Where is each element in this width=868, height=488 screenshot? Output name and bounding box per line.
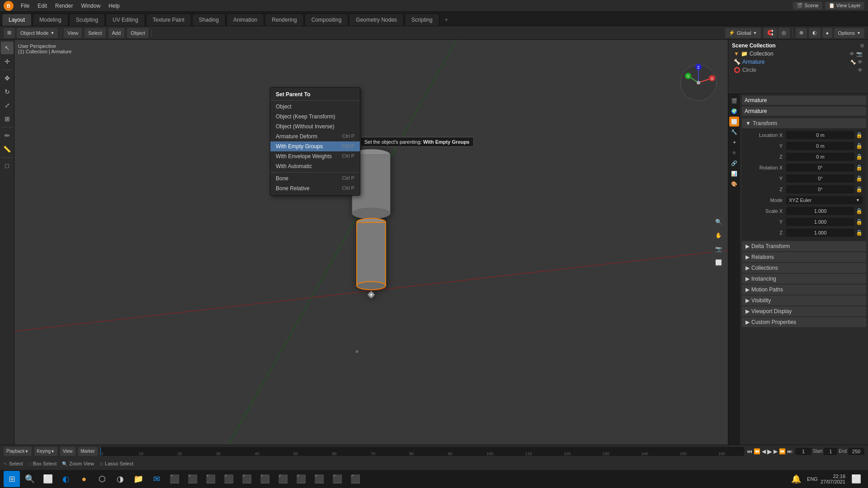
navigation-gizmo[interactable]: X Y Z [678,62,719,103]
ctx-bone-relative[interactable]: Bone Relative Ctrl P [270,183,360,193]
props-material-icon[interactable]: 🎨 [729,179,739,189]
props-physics-icon[interactable]: ⚛ [729,148,739,158]
taskbar-files[interactable]: 📁 [130,471,146,487]
taskbar-app8[interactable]: ⬛ [293,471,309,487]
timeline-ruler[interactable]: 1 10 20 30 40 50 60 70 80 90 100 110 120… [100,447,744,456]
object-menu-button[interactable]: Object [127,28,149,38]
scale-y-lock[interactable]: 🔒 [855,218,863,225]
sc-circle-item[interactable]: ⭕ Circle 👁 [730,66,866,74]
rotate-tool-button[interactable]: ↻ [1,85,14,98]
taskbar-outlook[interactable]: ✉ [148,471,165,487]
rotation-y-lock[interactable]: 🔒 [855,175,863,182]
taskbar-taskview[interactable]: ⬜ [40,471,56,487]
end-frame-input[interactable] [848,448,864,455]
pan-button[interactable]: ✋ [712,230,724,241]
taskbar-app5[interactable]: ⬛ [239,471,255,487]
camera-view-button[interactable]: 📷 [712,243,724,255]
taskbar-app6[interactable]: ⬛ [257,471,273,487]
add-workspace-button[interactable]: + [440,14,453,26]
props-custom-properties-header[interactable]: ▶ Custom Properties [742,317,866,327]
menu-file[interactable]: File [17,2,33,10]
marker-button[interactable]: Marker [78,447,98,456]
tab-texture-paint[interactable]: Texture Paint [146,14,191,26]
props-world-icon[interactable]: 🌍 [729,106,739,116]
tab-uv-editing[interactable]: UV Editing [106,14,145,26]
sc-collection-eye[interactable]: 👁 [849,51,854,56]
playback-dropdown[interactable]: Playback▼ [4,447,32,456]
tab-scripting[interactable]: Scripting [405,14,439,26]
select-tool-button[interactable]: ↖ [1,42,14,54]
rotation-y-value[interactable]: 0° [786,174,854,183]
location-z-lock[interactable]: 🔒 [855,153,863,160]
prev-keyframe-button[interactable]: ◀ [762,448,766,455]
add-menu-button[interactable]: Add [108,28,125,38]
transform-space-dropdown[interactable]: ⚡Global▼ [725,28,761,38]
sc-collection-item[interactable]: ▼ 📁 Collection 👁 📷 [730,50,866,58]
props-object-name-input[interactable] [742,96,866,105]
rotation-x-value[interactable]: 0° [786,164,854,172]
ctx-with-empty-groups[interactable]: With Empty Groups Ctrl P [270,141,360,151]
annotate-tool-button[interactable]: ✏ [1,129,14,142]
tab-sculpting[interactable]: Sculpting [69,14,105,26]
overlay-toggle[interactable]: ◐ [809,28,821,38]
props-collections-header[interactable]: ▶ Collections [742,263,866,273]
rotation-z-lock[interactable]: 🔒 [855,186,863,193]
location-x-value[interactable]: 0 m [786,131,854,139]
cursor-tool-button[interactable]: ✛ [1,55,14,68]
menu-edit[interactable]: Edit [34,2,51,10]
tab-rendering[interactable]: Rendering [265,14,303,26]
jump-end-button[interactable]: ⏭ [787,448,793,455]
location-z-value[interactable]: 0 m [786,153,854,161]
taskbar-edge[interactable]: ◐ [58,471,74,487]
tab-modeling[interactable]: Modeling [33,14,68,26]
sc-armature-item[interactable]: 🦴 Armature 🦴 👁 [730,58,866,66]
measure-tool-button[interactable]: 📏 [1,143,14,155]
menu-window[interactable]: Window [77,2,104,10]
ctx-with-automatic[interactable]: With Automatic [270,161,360,171]
editor-type-button[interactable]: ⊞ [4,28,15,38]
scene-filter-button[interactable]: ⚙ [860,43,864,49]
props-modifiers-icon[interactable]: 🔧 [729,127,739,137]
taskbar-app10[interactable]: ⬛ [329,471,345,487]
transform-tool-button[interactable]: ⊞ [1,113,14,125]
ctx-bone[interactable]: Bone Ctrl P [270,174,360,183]
rotation-z-value[interactable]: 0° [786,185,854,193]
props-object-icon[interactable]: ⬜ [729,117,739,127]
taskbar-chrome[interactable]: ● [76,471,92,487]
scale-x-lock[interactable]: 🔒 [855,207,863,215]
location-y-lock[interactable]: 🔒 [855,142,863,150]
scene-selector[interactable]: 🎬 Scene [793,2,822,9]
ctx-with-envelope-weights[interactable]: With Envelope Weights Ctrl P [270,151,360,161]
zoom-in-button[interactable]: 🔍 [712,216,724,228]
tab-layout[interactable]: Layout [2,14,32,26]
props-data-name-input[interactable] [742,107,866,116]
props-scene-icon[interactable]: 🎬 [729,96,739,106]
taskbar-unreal[interactable]: ◑ [112,471,128,487]
menu-render[interactable]: Render [52,2,76,10]
location-x-lock[interactable]: 🔒 [855,131,863,139]
taskbar-app4[interactable]: ⬛ [221,471,237,487]
props-delta-transform-header[interactable]: ▶ Delta Transform [742,241,866,251]
scale-z-value[interactable]: 1.000 [786,229,854,237]
viewport-shading[interactable]: ● [822,28,833,38]
jump-start-button[interactable]: ⏮ [747,448,752,455]
render-preview-button[interactable]: ⬜ [712,257,724,268]
props-constraints-icon[interactable]: 🔗 [729,158,739,168]
sc-circle-eye[interactable]: 👁 [858,67,863,73]
rotation-x-lock[interactable]: 🔒 [855,164,863,171]
tab-shading[interactable]: Shading [192,14,226,26]
snap-button[interactable]: 🧲 [764,28,777,38]
taskbar-notification[interactable]: 🔔 [788,471,804,487]
3d-viewport[interactable]: User Perspective (1) Collection | Armatu… [14,40,728,445]
location-y-value[interactable]: 0 m [786,142,854,150]
show-desktop-button[interactable]: ⬜ [848,471,864,487]
add-cube-button[interactable]: □ [1,160,14,172]
current-frame-input[interactable] [795,448,811,455]
next-frame-button[interactable]: ⏩ [779,448,786,455]
ctx-object-without-inverse[interactable]: Object (Without Inverse) [270,122,360,131]
props-relations-header[interactable]: ▶ Relations [742,252,866,262]
scale-tool-button[interactable]: ⤢ [1,99,14,112]
view-menu-button[interactable]: View [64,28,82,38]
props-viewport-display-header[interactable]: ▶ Viewport Display [742,306,866,316]
taskbar-app1[interactable]: ⬛ [166,471,183,487]
